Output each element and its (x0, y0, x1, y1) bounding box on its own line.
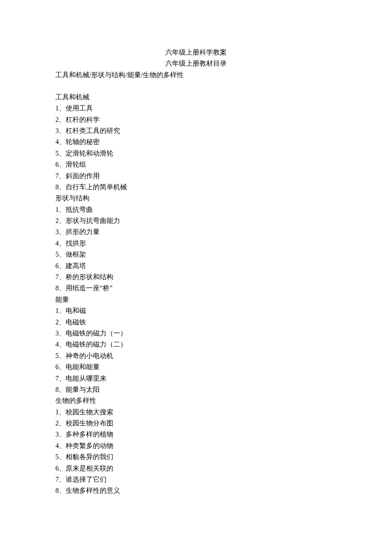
section-heading: 生物的多样性 (55, 395, 337, 406)
list-item: 8、自行车上的简单机械 (55, 182, 337, 193)
list-item: 2、校园生物分布图 (55, 418, 337, 429)
list-item: 3、拱形的力量 (55, 226, 337, 237)
section-heading: 形状与结构 (55, 193, 337, 204)
list-item: 1、校园生物大搜索 (55, 407, 337, 418)
list-item: 6、建高塔 (55, 260, 337, 272)
list-item: 7、桥的形状和结构 (55, 272, 337, 283)
list-item: 3、多种多样的植物 (55, 429, 337, 440)
list-item: 7、电能从哪里来 (55, 373, 337, 384)
list-item: 2、形状与抗弯曲能力 (55, 215, 337, 226)
list-item: 4、轮轴的秘密 (55, 136, 337, 147)
list-item: 4、种类繁多的动物 (55, 440, 337, 451)
list-item: 4、找拱形 (55, 238, 337, 249)
blank-line (55, 81, 337, 92)
list-item: 8、用纸造一座“桥” (55, 283, 337, 294)
list-item: 3、杠杆类工具的研究 (55, 125, 337, 136)
list-item: 1、抵抗弯曲 (55, 204, 337, 215)
section-heading: 能量 (55, 294, 337, 305)
list-item: 3、电磁铁的磁力（一） (55, 328, 337, 339)
list-item: 8、生物多样性的意义 (55, 485, 337, 496)
list-item: 6、电能和能量 (55, 361, 337, 373)
list-item: 5、定滑轮和动滑轮 (55, 148, 337, 159)
list-item: 4、电磁铁的磁力（二） (55, 339, 337, 350)
doc-title-2: 六年级上册教材目录 (55, 58, 337, 69)
list-item: 1、使用工具 (55, 103, 337, 114)
list-item: 1、电和磁 (55, 305, 337, 316)
doc-title-1: 六年级上册科学教案 (55, 47, 337, 58)
list-item: 5、神奇的小电动机 (55, 350, 337, 361)
list-item: 2、电磁铁 (55, 317, 337, 328)
list-item: 5、做框架 (55, 249, 337, 260)
list-item: 7、谁选择了它们 (55, 474, 337, 485)
list-item: 6、原来是相关联的 (55, 463, 337, 474)
list-item: 2、杠杆的科学 (55, 114, 337, 125)
section-heading: 工具和机械 (55, 92, 337, 103)
list-item: 7、斜面的作用 (55, 171, 337, 182)
summary-line: 工具和机械/形状与结构/能量/生物的多样性 (55, 69, 337, 81)
list-item: 6、滑轮组 (55, 159, 337, 170)
list-item: 8、能量与太阳 (55, 384, 337, 395)
list-item: 5、相貌各异的我们 (55, 451, 337, 462)
